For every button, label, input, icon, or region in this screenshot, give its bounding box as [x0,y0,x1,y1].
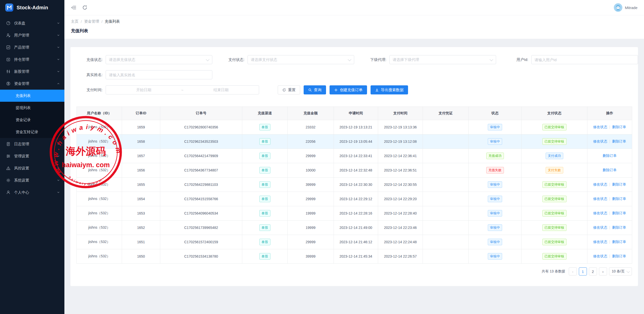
modify-status-link[interactable]: 修改状态 [593,182,607,186]
cell-channel: 泰股 [242,249,288,264]
cell-status: 审核中 [469,206,521,221]
pay-status-select[interactable]: 请选择支付状态 [248,55,354,64]
sidebar-subitem[interactable]: 资金记录 [0,114,64,126]
modify-status-link[interactable]: 修改状态 [593,254,607,258]
recharge-status-select[interactable]: 请选择充值状态 [106,55,212,64]
menu-fold-icon[interactable] [71,5,76,10]
channel-tag: 泰股 [259,196,270,202]
delete-order-link[interactable]: 删除订单 [612,240,626,244]
sidebar-item-label: 产品管理 [14,45,57,50]
sidebar-item-positions[interactable]: 持仓管理 [0,53,64,65]
cell-voucher [423,149,469,163]
reset-button[interactable]: 重置 [278,85,300,94]
sidebar-item-risk-settings[interactable]: 风控设置 [0,162,64,174]
sidebar-item-label: 持仓管理 [14,57,57,62]
sidebar-submenu-funds: 充值列表提现列表资金记录资金互转记录 [0,90,64,138]
sidebar-item-users[interactable]: 用户管理 [0,29,64,41]
stock-admin-logo-icon [5,3,14,12]
action-separator: | [609,240,610,244]
cell-amount: 29999 [288,192,334,206]
sidebar-item-ipo[interactable]: 新股管理 [0,65,64,78]
real-name-label: 真实姓名: [76,73,106,77]
delete-order-link[interactable]: 删除订单 [612,139,626,143]
cell-user: jishns（532） [77,149,122,163]
cell-pay-time: 2023-12-14 22:36:51 [378,163,423,178]
modify-status-link[interactable]: 修改状态 [593,197,607,201]
pagination-prev-button[interactable]: ‹ [569,267,577,275]
user-id-input[interactable] [531,55,638,64]
real-name-input[interactable] [106,70,212,79]
cell-channel: 泰股 [242,206,288,221]
delete-order-link[interactable]: 删除订单 [603,154,617,158]
delete-order-link[interactable]: 删除订单 [612,254,626,258]
sidebar-item-funds[interactable]: 资金管理 [0,78,64,90]
main-area: Mitrade 主页/资金管理/充值列表 充值列表 充值状态: 请选择充值状态 [64,0,644,314]
page-size-select[interactable]: 10 条/页 [609,267,632,275]
cell-status: 审核中 [469,221,521,235]
search-button[interactable]: 查询 [304,85,326,94]
sidebar-subitem[interactable]: 资金互转记录 [0,126,64,138]
sidebar-item-system-settings[interactable]: 系统设置 [0,174,64,186]
cell-voucher [423,206,469,221]
topbar-user[interactable]: Mitrade [614,3,637,12]
sidebar-item-logs[interactable]: 日志管理 [0,138,64,150]
cell-amount: 22056 [288,134,334,149]
modify-status-link[interactable]: 修改状态 [593,139,607,143]
pagination-next-button[interactable]: › [599,267,607,275]
delete-order-link[interactable]: 删除订单 [612,125,626,129]
channel-tag: 泰股 [259,167,270,173]
channel-tag: 泰股 [259,138,270,145]
sidebar-item-profile[interactable]: 个人中心 [0,186,64,198]
cell-amount: 10000 [288,163,334,178]
pagination-page-button[interactable]: 2 [589,267,597,275]
action-separator: | [609,225,610,229]
pay-status-tag: 已提交待审核 [542,124,567,130]
table-row: jishns（532）1656C1702564367734807泰股100002… [77,163,632,178]
user-id-label: 用户Id: [502,57,531,62]
modify-status-link[interactable]: 修改状态 [593,125,607,129]
pay-time-label: 支付时间: [76,88,106,92]
delete-order-link[interactable]: 删除订单 [603,168,617,172]
delete-order-link[interactable]: 删除订单 [612,182,626,186]
sidebar-item-admin-settings[interactable]: 管理设置 [0,150,64,162]
refresh-icon[interactable] [82,5,88,10]
sidebar-item-label: 系统设置 [14,178,57,183]
sidebar-subitem[interactable]: 提现列表 [0,102,64,114]
cell-user: jishns（532） [77,120,122,134]
cell-pay-status: 已提交待审核 [521,221,587,235]
cell-order-no: C1702561739965482 [160,221,242,235]
chevron-up-icon [57,82,60,85]
delete-order-link[interactable]: 删除订单 [612,225,626,229]
select-placeholder: 请选择支付状态 [251,57,277,62]
breadcrumb-item[interactable]: 资金管理 [84,19,99,24]
pagination: 共有 13 条数据 ‹ 12 › 10 条/页 [76,267,632,275]
filter-pay-status: 支付状态: 请选择支付状态 [218,55,354,64]
chevron-down-icon [57,22,60,25]
cell-status: 充值成功 [469,149,521,163]
sidebar-item-products[interactable]: 产品管理 [0,41,64,53]
delete-order-link[interactable]: 删除订单 [612,211,626,215]
sidebar-item-label: 资金管理 [14,81,57,86]
card: 充值状态: 请选择充值状态 支付状态: 请选择支付状态 [70,47,638,286]
sidebar-item-label: 日志管理 [14,142,57,147]
agent-select[interactable]: 请选择下级代理 [389,55,496,64]
chevron-down-icon [348,58,351,61]
chevron-down-icon [57,70,60,73]
sidebar-subitem[interactable]: 充值列表 [0,90,64,102]
cell-channel: 泰股 [242,178,288,192]
table-row: jishns（532）1655C1702564229881103泰股399992… [77,178,632,192]
cell-voucher [423,163,469,178]
status-tag: 审核中 [488,210,502,217]
export-search-data-button[interactable]: 导出搜索数据 [371,85,408,94]
modify-status-link[interactable]: 修改状态 [593,225,607,229]
breadcrumb-item[interactable]: 主页 [71,19,78,24]
pay-time-range-input[interactable]: 开始日期 ~ 结束日期 [106,85,259,94]
modify-status-link[interactable]: 修改状态 [593,211,607,215]
modify-status-link[interactable]: 修改状态 [593,240,607,244]
cell-apply-time: 2023-12-19 13:13:21 [334,120,378,134]
cell-actions: 删除订单 [587,163,632,178]
sidebar-item-dashboard[interactable]: 仪表盘 [0,17,64,29]
create-recharge-order-button[interactable]: 创建充值订单 [330,85,367,94]
pagination-page-button[interactable]: 1 [579,267,587,275]
delete-order-link[interactable]: 删除订单 [612,197,626,201]
